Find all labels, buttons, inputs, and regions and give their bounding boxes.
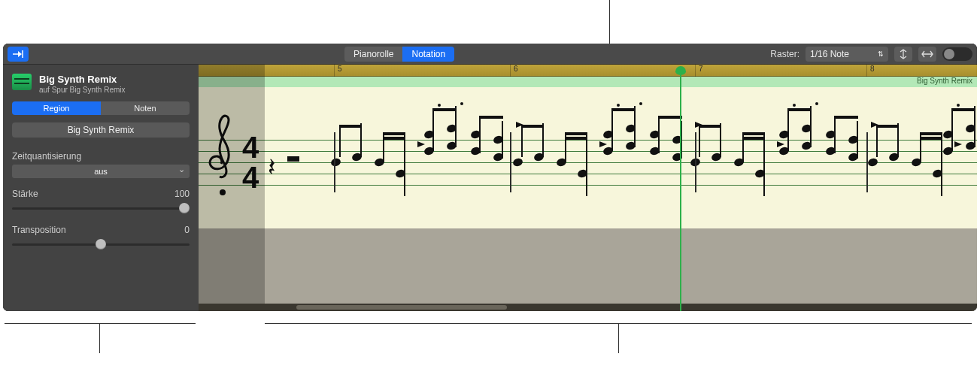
note-stem — [763, 174, 765, 196]
auto-zoom-toggle[interactable] — [942, 47, 972, 61]
chevron-updown-icon: ⇅ — [878, 50, 884, 58]
note-stem — [339, 127, 341, 157]
beam — [787, 108, 812, 111]
param-strength: Stärke 100 — [12, 189, 190, 214]
callout-line-left-v — [99, 323, 100, 353]
beam — [432, 108, 457, 111]
barline — [866, 132, 868, 192]
strength-slider[interactable] — [12, 202, 190, 214]
beam — [383, 132, 405, 135]
beam — [339, 125, 362, 128]
beam — [383, 137, 405, 140]
treble-clef-icon — [206, 114, 238, 197]
beam — [742, 137, 765, 140]
time-sig-den: 4 — [242, 162, 259, 192]
strength-value: 100 — [174, 189, 190, 199]
barline — [334, 132, 335, 192]
vertical-zoom-button[interactable] — [894, 47, 912, 62]
accent-mark — [954, 141, 962, 147]
track-header: Big Synth Remix auf Spur Big Synth Remix — [12, 71, 190, 101]
time-quant-label: Zeitquantisierung — [12, 151, 81, 162]
note-stem — [658, 116, 660, 153]
param-time-quant: Zeitquantisierung aus — [12, 151, 190, 178]
note-head[interactable] — [867, 157, 878, 168]
horizontal-scrollbar[interactable] — [199, 304, 977, 311]
time-quant-select[interactable]: aus — [12, 165, 190, 178]
staccato-dot — [639, 102, 642, 105]
track-title: Big Synth Remix — [39, 74, 126, 85]
region-strip-name: Big Synth Remix — [917, 77, 972, 85]
note-stem — [974, 106, 975, 147]
note-stem — [634, 106, 636, 147]
beam — [658, 116, 682, 119]
barline — [695, 132, 696, 192]
inspector-tabs: Region Noten — [12, 101, 190, 115]
ruler-tick: 7 — [695, 65, 703, 77]
score-staff-area[interactable]: 4 4 𝄽 — [199, 87, 977, 228]
note-stem — [521, 127, 523, 157]
ruler-tick: 8 — [866, 65, 875, 77]
staccato-dot — [815, 102, 818, 105]
param-transposition: Transposition 0 — [12, 225, 190, 250]
score-main-area: 5678 Big Synth Remix 4 — [199, 65, 977, 311]
staccato-dot — [438, 104, 441, 107]
note-stem — [941, 174, 942, 196]
accent-mark — [599, 141, 607, 147]
software-instrument-icon — [12, 74, 32, 90]
strength-label: Stärke — [12, 189, 38, 199]
ruler-tick: 5 — [334, 65, 342, 77]
view-mode-segmented: Pianorolle Notation — [344, 47, 454, 62]
tab-noten[interactable]: Noten — [101, 101, 190, 115]
note-stem — [951, 110, 953, 151]
catch-playhead-button[interactable] — [8, 47, 29, 62]
callout-line-main-v — [618, 323, 619, 353]
tab-notation[interactable]: Notation — [402, 47, 454, 62]
beam — [611, 108, 636, 111]
scroll-thumb[interactable] — [296, 305, 507, 310]
note-stem — [455, 106, 457, 147]
note-head[interactable] — [512, 157, 523, 168]
raster-select[interactable]: 1/16 Note ⇅ — [806, 47, 888, 62]
note-stem — [502, 121, 503, 159]
note-stem — [897, 123, 899, 157]
editor-toolbar: Pianorolle Notation Raster: 1/16 Note ⇅ — [3, 44, 977, 65]
beam — [920, 137, 942, 140]
beam — [920, 132, 942, 135]
bar-ruler[interactable]: 5678 — [199, 65, 977, 77]
note-stem — [834, 116, 836, 153]
inspector-sidebar: Big Synth Remix auf Spur Big Synth Remix… — [3, 65, 199, 311]
beam — [742, 132, 765, 135]
svg-point-0 — [220, 189, 226, 195]
ruler-tick: 6 — [510, 65, 518, 77]
beam — [699, 125, 721, 128]
tab-pianorolle[interactable]: Pianorolle — [344, 47, 402, 62]
beam — [479, 116, 503, 119]
note-stem — [542, 123, 544, 157]
transposition-slider[interactable] — [12, 238, 190, 250]
beam — [951, 108, 975, 111]
staccato-dot — [957, 104, 960, 107]
staccato-dot — [617, 104, 620, 107]
region-name-field[interactable]: Big Synth Remix — [12, 122, 190, 138]
region-strip[interactable]: Big Synth Remix — [199, 77, 977, 87]
staccato-dot — [460, 102, 463, 105]
horizontal-zoom-button[interactable] — [918, 47, 936, 62]
tab-region[interactable]: Region — [12, 101, 101, 115]
note-stem — [810, 106, 812, 147]
note-head[interactable] — [330, 157, 341, 168]
note-stem — [360, 123, 362, 157]
callout-line-top — [609, 0, 610, 44]
note-stem — [611, 110, 613, 151]
transp-value: 0 — [184, 225, 190, 235]
staccato-dot — [793, 104, 796, 107]
raster-value: 1/16 Note — [810, 49, 849, 59]
accent-mark — [417, 141, 425, 147]
note-stem — [586, 174, 587, 196]
playhead[interactable] — [680, 75, 681, 311]
transp-label: Transposition — [12, 225, 66, 235]
note-stem — [876, 127, 878, 157]
callout-line-left — [5, 323, 196, 324]
note-stem — [432, 110, 434, 151]
barline — [510, 132, 511, 192]
beam — [876, 125, 899, 128]
